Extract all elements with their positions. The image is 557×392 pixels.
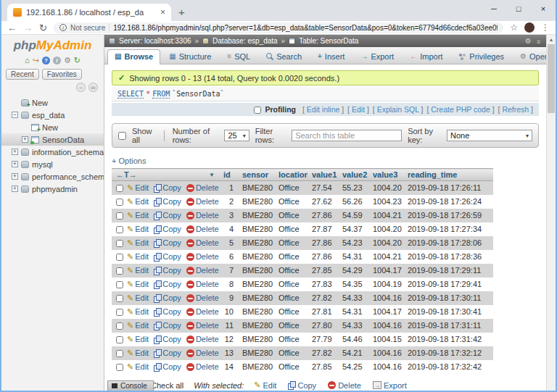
tree-expander-icon[interactable] bbox=[22, 124, 28, 130]
row-copy-button[interactable]: Copy bbox=[154, 251, 181, 262]
browser-menu-icon[interactable]: ⋮ bbox=[541, 22, 550, 33]
row-checkbox[interactable] bbox=[116, 295, 123, 302]
info-icon[interactable]: i bbox=[53, 57, 61, 64]
sort-key-select[interactable]: None ▾ bbox=[447, 130, 532, 141]
tab-privileges[interactable]: Privileges bbox=[451, 49, 511, 64]
column-header-value2[interactable]: value2 bbox=[338, 169, 368, 181]
help-icon[interactable]: ? bbox=[42, 57, 50, 64]
row-delete-button[interactable]: Delete bbox=[186, 251, 219, 262]
row-copy-button[interactable]: Copy bbox=[154, 293, 181, 304]
tab-export[interactable]: Export bbox=[353, 49, 401, 64]
show-all-checkbox[interactable] bbox=[118, 132, 126, 140]
row-delete-button[interactable]: Delete bbox=[186, 238, 219, 249]
reload-icon[interactable]: ↻ bbox=[39, 23, 47, 33]
column-header-value1[interactable]: value1 bbox=[308, 169, 338, 181]
row-edit-button[interactable]: Edit bbox=[127, 320, 149, 331]
column-header-value3[interactable]: value3 bbox=[368, 169, 403, 181]
query-tool-link[interactable]: Refresh bbox=[502, 105, 529, 114]
sidebar-item-mysql[interactable]: mysql bbox=[1, 158, 104, 170]
site-info-icon[interactable]: i bbox=[59, 24, 67, 31]
bookmark-icon[interactable]: ☆ bbox=[510, 22, 518, 33]
row-checkbox[interactable] bbox=[116, 226, 123, 233]
row-copy-button[interactable]: Copy bbox=[154, 238, 181, 249]
row-checkbox[interactable] bbox=[116, 364, 123, 371]
row-copy-button[interactable]: Copy bbox=[154, 348, 181, 359]
close-tab-icon[interactable]: × bbox=[160, 7, 165, 17]
tab-operations[interactable]: Operations bbox=[513, 49, 546, 64]
sidebar-item-new-database[interactable]: New bbox=[1, 96, 104, 109]
row-edit-button[interactable]: Edit bbox=[127, 251, 149, 262]
column-nav-control[interactable]: ←T→ bbox=[116, 170, 137, 179]
query-tool-link[interactable]: Create PHP code bbox=[431, 105, 490, 114]
forward-icon[interactable]: → bbox=[23, 23, 33, 33]
scrollbar-thumb[interactable] bbox=[548, 44, 555, 113]
column-header-id[interactable]: id bbox=[219, 169, 238, 181]
tree-expander-icon[interactable] bbox=[12, 99, 18, 106]
page-settings-icon[interactable]: ⚙ bbox=[525, 37, 532, 45]
home-icon[interactable]: ⌂ bbox=[25, 57, 30, 64]
tab-structure[interactable]: Structure bbox=[162, 49, 218, 64]
tab-insert[interactable]: Insert bbox=[310, 49, 352, 64]
row-copy-button[interactable]: Copy bbox=[154, 320, 181, 331]
logout-icon[interactable]: ↪ bbox=[33, 57, 39, 64]
row-delete-button[interactable]: Delete bbox=[186, 224, 219, 235]
tab-browse[interactable]: Browse bbox=[107, 49, 160, 64]
row-edit-button[interactable]: Edit bbox=[127, 348, 149, 359]
tab-search[interactable]: Search bbox=[259, 49, 309, 64]
row-copy-button[interactable]: Copy bbox=[154, 183, 181, 193]
address-bar[interactable]: i Not secure 192.168.1.86/phpmyadmin/sql… bbox=[54, 22, 503, 33]
row-copy-button[interactable]: Copy bbox=[154, 224, 181, 235]
maximize-button[interactable]: □ bbox=[506, 0, 531, 17]
profile-avatar[interactable] bbox=[524, 22, 535, 33]
profiling-checkbox[interactable] bbox=[254, 107, 261, 114]
row-delete-button[interactable]: Delete bbox=[186, 196, 219, 207]
row-copy-button[interactable]: Copy bbox=[154, 334, 181, 345]
row-checkbox[interactable] bbox=[116, 267, 123, 275]
sql-keyword-select[interactable]: SELECT bbox=[117, 90, 144, 99]
row-copy-button[interactable]: Copy bbox=[154, 210, 181, 221]
row-edit-button[interactable]: Edit bbox=[127, 293, 149, 304]
phpmyadmin-logo[interactable]: phpMyAdmin bbox=[1, 38, 104, 53]
recent-button[interactable]: Recent bbox=[6, 69, 39, 80]
row-edit-button[interactable]: Edit bbox=[127, 238, 149, 249]
row-copy-button[interactable]: Copy bbox=[154, 306, 181, 317]
row-delete-button[interactable]: Delete bbox=[186, 334, 219, 345]
row-checkbox[interactable] bbox=[116, 309, 123, 316]
row-copy-button[interactable]: Copy bbox=[154, 196, 181, 207]
tree-expander-icon[interactable] bbox=[12, 112, 18, 118]
row-checkbox[interactable] bbox=[116, 212, 123, 220]
sort-arrow-icon[interactable]: ▼ bbox=[209, 172, 215, 178]
query-tool-link[interactable]: Edit inline bbox=[307, 105, 340, 114]
row-delete-button[interactable]: Delete bbox=[186, 210, 219, 221]
row-checkbox[interactable] bbox=[116, 240, 123, 247]
sidebar-item-sensordata[interactable]: SensorData bbox=[1, 133, 104, 146]
row-checkbox[interactable] bbox=[116, 350, 123, 357]
browser-tab[interactable]: 192.168.1.86 / localhost / esp_da × bbox=[7, 4, 171, 21]
breadcrumb-table[interactable]: Table: SensorData bbox=[299, 37, 358, 45]
row-checkbox[interactable] bbox=[116, 185, 123, 192]
row-copy-button[interactable]: Copy bbox=[154, 279, 181, 290]
with-selected-copy-button[interactable]: Copy bbox=[288, 380, 316, 390]
sidebar-item-esp-data[interactable]: esp_data bbox=[1, 109, 104, 121]
tree-expander-icon[interactable] bbox=[22, 136, 28, 143]
row-delete-button[interactable]: Delete bbox=[186, 183, 219, 193]
tab-sql[interactable]: SQL bbox=[220, 49, 257, 64]
with-selected-delete-button[interactable]: Delete bbox=[328, 380, 361, 390]
row-delete-button[interactable]: Delete bbox=[186, 306, 219, 317]
tree-expander-icon[interactable] bbox=[12, 173, 18, 180]
row-delete-button[interactable]: Delete bbox=[186, 320, 219, 331]
row-checkbox[interactable] bbox=[116, 254, 123, 261]
favorites-button[interactable]: Favorites bbox=[42, 69, 82, 80]
column-header-location[interactable]: location bbox=[274, 169, 308, 181]
row-delete-button[interactable]: Delete bbox=[186, 279, 219, 290]
row-copy-button[interactable]: Copy bbox=[154, 265, 181, 276]
breadcrumb-database[interactable]: Database: esp_data bbox=[213, 37, 278, 45]
column-header-sensor[interactable]: sensor bbox=[238, 169, 274, 181]
row-checkbox[interactable] bbox=[116, 322, 123, 330]
row-copy-button[interactable]: Copy bbox=[154, 362, 181, 372]
row-edit-button[interactable]: Edit bbox=[127, 334, 149, 345]
sidebar-item-phpmyadmin[interactable]: phpmyadmin bbox=[1, 183, 104, 195]
link-main-panel-icon[interactable]: ∞ bbox=[88, 83, 98, 92]
row-edit-button[interactable]: Edit bbox=[127, 183, 149, 193]
query-tool-link[interactable]: Explain SQL bbox=[377, 105, 419, 114]
